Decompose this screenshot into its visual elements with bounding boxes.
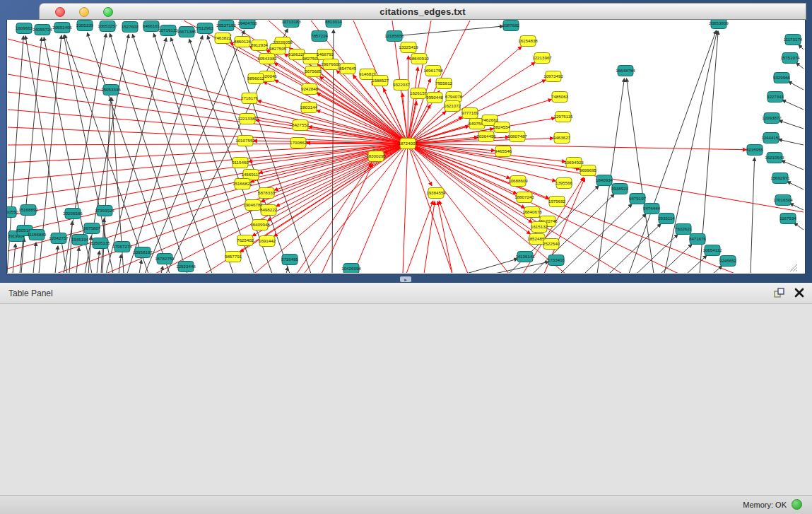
graph-node-1395566[interactable]: 1395566 — [555, 178, 573, 189]
graph-node-10653257[interactable]: 10653257 — [98, 21, 117, 32]
graph-node-9990448[interactable]: 9990448 — [426, 93, 444, 103]
graph-node-18300295[interactable]: 18300295 — [366, 151, 386, 162]
graph-node-15692971[interactable]: 15692971 — [770, 173, 790, 184]
graph-node-5716485[interactable]: 5716485 — [281, 255, 299, 265]
graph-node-1609663[interactable]: 1609663 — [16, 23, 33, 34]
graph-node-1621072[interactable]: 1621072 — [444, 101, 461, 112]
graph-node-11156889[interactable]: 11156889 — [28, 230, 47, 240]
graph-node-9245652[interactable]: 9245652 — [719, 256, 737, 267]
zoom-window-button[interactable] — [103, 7, 113, 17]
citation-network-graph[interactable]: 1609663 24055724 20691406 2305339 106532… — [7, 20, 805, 273]
graph-node-20853809[interactable]: 20853809 — [709, 20, 729, 29]
graph-node-16210643[interactable]: 16210643 — [765, 153, 784, 163]
close-window-button[interactable] — [55, 7, 65, 17]
close-icon[interactable] — [794, 287, 805, 301]
minimize-window-button[interactable] — [79, 7, 89, 17]
graph-node-1588527[interactable]: 1588527 — [372, 76, 389, 86]
graph-node-24055724[interactable]: 24055724 — [33, 25, 52, 35]
graph-node-20206586[interactable]: 20206586 — [63, 209, 83, 219]
window-resize-grip-icon[interactable] — [790, 264, 797, 271]
graph-node-12975115[interactable]: 12975115 — [553, 112, 573, 122]
graph-node-9777169[interactable]: 9777169 — [461, 108, 479, 119]
graph-node-6466161[interactable]: 6466161 — [143, 21, 160, 32]
graph-node-16840678[interactable]: 16840678 — [522, 207, 542, 218]
graph-node-7485063[interactable]: 7485063 — [551, 92, 569, 103]
graph-node-13325419[interactable]: 13325419 — [399, 42, 418, 53]
graph-node-17016504[interactable]: 17016504 — [773, 195, 793, 206]
graph-node-12213383[interactable]: 12213383 — [237, 114, 257, 124]
graph-node-10719133[interactable]: 10719133 — [158, 25, 178, 36]
graph-node-3824554[interactable]: 3824554 — [493, 122, 511, 133]
graph-node-1626157[interactable]: 1626157 — [410, 88, 428, 99]
graph-node-9857791[interactable]: 9857791 — [225, 252, 242, 262]
graph-node-1691442[interactable]: 1691442 — [259, 236, 276, 247]
graph-node-10688609[interactable]: 10688609 — [508, 176, 528, 187]
graph-node-16961758[interactable]: 16961758 — [423, 66, 443, 76]
graph-node-1840934[interactable]: 1840934 — [596, 175, 613, 186]
graph-node-20364456[interactable]: 20364456 — [476, 132, 496, 142]
graph-node-17957273[interactable]: 17957273 — [112, 242, 132, 252]
graph-node-16154838[interactable]: 16154838 — [518, 36, 538, 47]
graph-node-16409948[interactable]: 16409948 — [250, 220, 270, 230]
graph-node-8215955[interactable]: 8215955 — [746, 145, 764, 156]
graph-node-2305339[interactable]: 2305339 — [76, 21, 94, 31]
graph-node-5675685[interactable]: 5675685 — [305, 66, 322, 77]
graph-node-7632621[interactable]: 7632621 — [675, 224, 693, 235]
graph-node-9699695[interactable]: 9699695 — [579, 165, 597, 176]
graph-node-8912934[interactable]: 8912934 — [251, 40, 269, 51]
graph-node-5468793[interactable]: 5468793 — [317, 49, 334, 60]
panel-divider-handle[interactable]: ▸ — [400, 276, 411, 282]
graph-node-10543382[interactable]: 10543382 — [257, 54, 277, 64]
graph-node-29676608[interactable]: 29676608 — [321, 59, 341, 70]
graph-node-10807487[interactable]: 10807487 — [507, 132, 527, 142]
graph-node-19404708[interactable]: 19404708 — [237, 20, 257, 29]
graph-node-1700862[interactable]: 1700862 — [290, 138, 307, 148]
graph-node-18807243[interactable]: 18807243 — [514, 192, 534, 203]
graph-node-9329966[interactable]: 9329966 — [773, 73, 791, 83]
graph-node-15751074[interactable]: 15751074 — [780, 53, 800, 64]
graph-node-6479197[interactable]: 6479197 — [629, 194, 647, 204]
graph-node-15166822[interactable]: 15166822 — [233, 179, 252, 189]
graph-node-11173174[interactable]: 11173174 — [784, 35, 803, 45]
graph-node-9975887[interactable]: 9975887 — [83, 223, 101, 234]
graph-node-16648784[interactable]: 16648784 — [616, 66, 635, 76]
graph-node-20537193[interactable]: 20537193 — [216, 21, 236, 31]
graph-node-12042757[interactable]: 12042757 — [49, 233, 69, 244]
graph-node-12213967[interactable]: 12213967 — [532, 53, 552, 64]
graph-node-8471676[interactable]: 8471676 — [689, 234, 707, 245]
graph-node-15168892[interactable]: 15168892 — [18, 205, 38, 216]
graph-node-14136141[interactable]: 14136141 — [515, 252, 535, 262]
graph-node-16671385[interactable]: 16671385 — [177, 27, 196, 37]
network-view-canvas[interactable]: 1609663 24055724 20691406 2305339 106532… — [6, 20, 806, 274]
graph-node-8813014[interactable]: 8813014 — [325, 20, 343, 28]
graph-node-10958187[interactable]: 10958187 — [133, 247, 153, 258]
graph-node-9242848[interactable]: 9242848 — [301, 84, 319, 95]
graph-node-5878333[interactable]: 5878333 — [258, 188, 276, 199]
graph-node-7857224[interactable]: 7857224 — [311, 31, 329, 42]
graph-node-9115460[interactable]: 9115460 — [232, 158, 249, 168]
graph-node-7463822[interactable]: 7463822 — [214, 33, 232, 44]
graph-node-7512963[interactable]: 7512963 — [196, 23, 214, 34]
graph-node-16782759[interactable]: 16782759 — [155, 254, 175, 264]
graph-node-10694923[interactable]: 10694923 — [564, 158, 584, 168]
graph-node-9227343[interactable]: 9227343 — [767, 92, 784, 103]
graph-node-25160550[interactable]: 25160550 — [7, 207, 18, 218]
graph-node-1615132[interactable]: 1615132 — [531, 222, 548, 233]
graph-node-2522540[interactable]: 2522540 — [543, 239, 560, 250]
graph-node-2087682[interactable]: 2087682 — [502, 21, 520, 31]
graph-node-9827505[interactable]: 9827505 — [269, 44, 287, 54]
graph-node-12444151[interactable]: 12444151 — [761, 133, 781, 144]
graph-node-2718176[interactable]: 2718176 — [241, 93, 259, 104]
graph-node-10973493[interactable]: 10973493 — [543, 71, 563, 82]
graph-node-8547649[interactable]: 8547649 — [339, 64, 357, 74]
graph-node-12093872[interactable]: 12093872 — [762, 113, 782, 124]
graph-node-10713183[interactable]: 10713183 — [281, 20, 301, 28]
graph-node-1167534[interactable]: 1167534 — [779, 214, 796, 224]
graph-node-10426998[interactable]: 10426998 — [341, 264, 361, 274]
graph-node-9896012[interactable]: 9896012 — [247, 74, 265, 84]
graph-node-7955812[interactable]: 7955812 — [435, 78, 453, 89]
graph-node-19384554[interactable]: 19384554 — [426, 188, 446, 199]
graph-node-9463627[interactable]: 9463627 — [553, 133, 571, 144]
graph-node-10107552[interactable]: 10107552 — [235, 136, 255, 146]
graph-node-9322037[interactable]: 9322037 — [393, 80, 411, 90]
